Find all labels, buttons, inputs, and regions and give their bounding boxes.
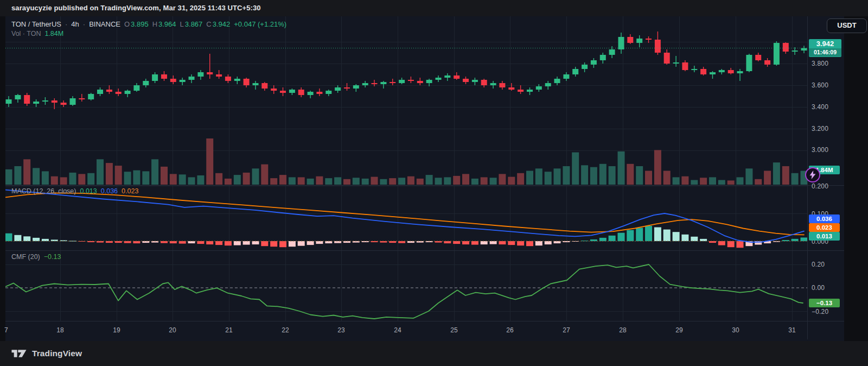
macd-header[interactable]: MACD (12, 26, close) 0.013 0.036 0.023	[11, 187, 138, 195]
gridlines	[5, 16, 807, 321]
published-top-bar: sarayucyzie published on TradingView.com…	[0, 0, 868, 16]
macd-signal-value: 0.023	[122, 187, 138, 195]
macd-title: MACD (12, 26, close)	[11, 187, 76, 195]
time-axis-label[interactable]: 25	[450, 326, 457, 335]
separator-dot: ·	[83, 20, 85, 28]
time-axis-label[interactable]: 28	[619, 326, 626, 335]
last-price: 3.942	[809, 39, 841, 48]
last-price-badge: 3.942 01:46:09	[809, 39, 841, 57]
time-axis-label[interactable]: 29	[675, 326, 682, 335]
volume-value: 1.84M	[44, 30, 63, 37]
time-axis-label[interactable]: 19	[113, 326, 120, 335]
cmf-title: CMF (20)	[11, 253, 40, 261]
volume-label: Vol · TON	[11, 30, 41, 37]
cmf-line	[5, 264, 803, 319]
tradingview-logo-text: TradingView	[32, 349, 82, 358]
published-info-text: sarayucyzie published on TradingView.com…	[11, 0, 261, 16]
pane-separator	[5, 321, 844, 321]
cmf-value: −0.13	[44, 253, 61, 261]
candlesticks	[6, 31, 807, 109]
bar-countdown: 01:46:09	[809, 48, 841, 56]
tradingview-published-chart: sarayucyzie published on TradingView.com…	[0, 0, 868, 366]
time-axis-label[interactable]: 23	[337, 326, 344, 335]
time-axis-label[interactable]: 31	[788, 326, 795, 335]
tradingview-logo-icon	[11, 348, 27, 359]
time-axis-label[interactable]: 7	[4, 326, 8, 335]
macd-histogram	[5, 226, 807, 248]
currency-toggle-button[interactable]: USDT	[827, 18, 867, 33]
time-axis-label[interactable]: 18	[56, 326, 63, 335]
volume-bars	[5, 138, 807, 185]
boost-lightning-icon[interactable]	[805, 167, 820, 182]
cmf-header[interactable]: CMF (20) −0.13	[11, 253, 61, 261]
time-axis-label[interactable]: 22	[282, 326, 289, 335]
time-axis-label[interactable]: 24	[394, 326, 401, 335]
pane-separator[interactable]	[5, 250, 844, 251]
symbol-name[interactable]: TON / TetherUS	[11, 20, 61, 28]
macd-line	[5, 190, 804, 242]
volume-header[interactable]: Vol · TON 1.84M	[11, 30, 63, 37]
cmf-badge: −0.13	[809, 299, 840, 307]
macd-hist-value: 0.013	[80, 187, 97, 195]
time-axis-label[interactable]: 30	[732, 326, 739, 335]
time-axis-label[interactable]: 20	[169, 326, 176, 335]
ohlc-low: L3.867	[180, 20, 203, 28]
time-axis-label[interactable]: 26	[506, 326, 513, 335]
ohlc-close: C3.942	[206, 20, 230, 28]
chart-stage	[0, 16, 868, 341]
pane-separator[interactable]	[5, 185, 844, 186]
brand-bar: TradingView	[0, 341, 868, 366]
macd-signal-badge: 0.023	[809, 223, 840, 232]
price-change: +0.047 (+1.21%)	[234, 20, 286, 28]
exchange-label[interactable]: BINANCE	[89, 20, 120, 28]
macd-line-value: 0.036	[101, 187, 118, 195]
macd-hist-badge: 0.013	[809, 232, 840, 241]
macd-line-badge: 0.036	[809, 214, 840, 223]
macd-signal-line	[5, 193, 804, 235]
time-axis-label[interactable]: 27	[563, 326, 570, 335]
interval-label[interactable]: 4h	[71, 20, 79, 28]
lightning-glyph	[809, 171, 816, 179]
chart-canvas[interactable]	[5, 16, 807, 321]
time-axis-label[interactable]: 21	[225, 326, 232, 335]
tradingview-logo[interactable]: TradingView	[11, 341, 82, 366]
ohlc-high: H3.964	[152, 20, 176, 28]
ohlc-open: O3.895	[124, 20, 149, 28]
separator-dot: ·	[65, 20, 67, 28]
symbol-header[interactable]: TON / TetherUS · 4h · BINANCE O3.895 H3.…	[11, 20, 286, 28]
